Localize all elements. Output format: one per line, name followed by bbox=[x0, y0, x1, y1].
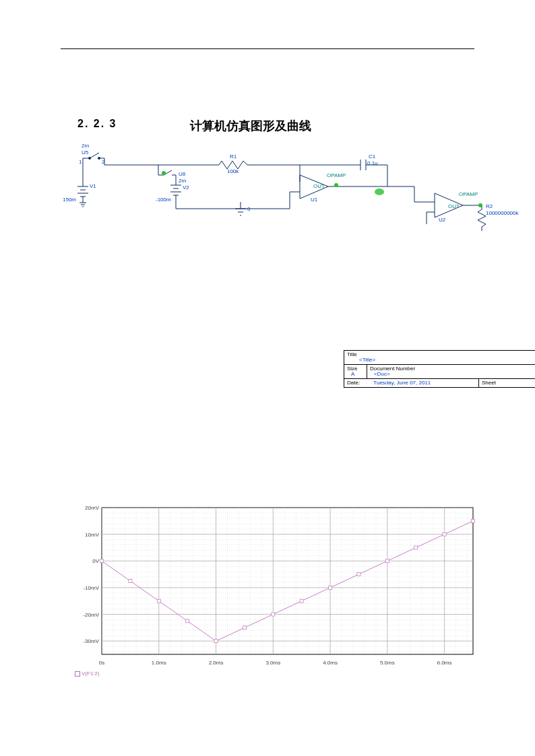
schematic: 2m U5 1 2 V1 150m U8 2m V2 -100m R1 100k… bbox=[77, 145, 515, 239]
label-v1-val: 150m bbox=[63, 197, 76, 203]
section-title: 计算机仿真图形及曲线 bbox=[190, 118, 311, 134]
x-tick-label: 0s bbox=[88, 660, 115, 666]
svg-rect-138 bbox=[272, 613, 275, 616]
x-tick-label: 5.0ms bbox=[374, 660, 401, 666]
label-u2: U2 bbox=[439, 217, 445, 223]
svg-point-4 bbox=[98, 158, 100, 160]
label-c1-val: 0.1u bbox=[367, 161, 378, 166]
svg-rect-144 bbox=[443, 532, 446, 536]
titleblock-date-val: Tuesday, June 07, 2011 bbox=[361, 380, 431, 386]
titleblock-size-val: A bbox=[347, 371, 354, 377]
titleblock-docnum-val: <Doc> bbox=[370, 371, 390, 377]
series-label: V(F1:2) bbox=[82, 671, 100, 677]
x-tick-label: 1.0ms bbox=[146, 660, 172, 666]
label-r2-val: 1000000000k bbox=[486, 211, 519, 216]
label-u5: U5 bbox=[82, 150, 88, 156]
y-tick-label: -30mV bbox=[76, 638, 99, 644]
label-u5-2: 2 bbox=[102, 160, 104, 165]
label-r1: R1 bbox=[230, 154, 237, 160]
svg-rect-132 bbox=[100, 559, 104, 563]
label-c1: C1 bbox=[369, 154, 375, 160]
schematic-svg bbox=[77, 145, 515, 239]
svg-point-53 bbox=[162, 171, 166, 175]
x-tick-label: 2.0ms bbox=[203, 660, 230, 666]
x-tick-label: 4.0ms bbox=[317, 660, 344, 666]
series-marker-icon bbox=[75, 671, 80, 677]
label-r1-val: 100k bbox=[227, 169, 239, 174]
label-r2: R2 bbox=[486, 204, 493, 209]
x-tick-label: 6.0ms bbox=[431, 660, 458, 666]
svg-rect-134 bbox=[157, 599, 160, 603]
title-block: Title <Title> Size A Document Number <Do… bbox=[344, 350, 535, 388]
label-out1: OUT bbox=[313, 184, 325, 189]
label-gnd: 0 bbox=[247, 207, 250, 212]
svg-rect-139 bbox=[300, 599, 303, 603]
label-u5-time: 2m bbox=[82, 143, 89, 149]
label-v1: V1 bbox=[90, 184, 96, 189]
label-opamp2: OPAMP bbox=[459, 192, 478, 197]
svg-rect-141 bbox=[357, 573, 360, 576]
label-u5-1: 1 bbox=[79, 160, 82, 165]
y-tick-label: 20mV bbox=[76, 505, 99, 511]
svg-rect-145 bbox=[472, 519, 475, 522]
label-u1: U1 bbox=[311, 197, 317, 203]
svg-rect-135 bbox=[186, 619, 189, 623]
titleblock-title-val: <Title> bbox=[347, 357, 375, 363]
svg-rect-57 bbox=[102, 508, 473, 654]
label-v2: V2 bbox=[183, 185, 189, 191]
label-opamp1: OPAMP bbox=[327, 173, 346, 178]
label-v2-val: -100m bbox=[156, 197, 171, 203]
svg-rect-136 bbox=[214, 640, 218, 643]
svg-point-3 bbox=[89, 158, 91, 160]
titleblock-sheet-key: Sheet bbox=[482, 380, 496, 386]
y-tick-label: 0V bbox=[76, 558, 99, 564]
x-tick-label: 3.0ms bbox=[259, 660, 286, 666]
svg-point-56 bbox=[478, 203, 482, 207]
label-u8: U8 bbox=[179, 172, 185, 177]
svg-rect-133 bbox=[129, 580, 132, 583]
svg-rect-142 bbox=[385, 559, 389, 563]
svg-point-54 bbox=[334, 183, 338, 187]
svg-point-55 bbox=[375, 188, 384, 195]
svg-rect-143 bbox=[414, 546, 418, 549]
y-tick-label: 10mV bbox=[76, 532, 99, 538]
y-tick-label: -20mV bbox=[76, 612, 99, 618]
label-u8-time: 2m bbox=[179, 178, 186, 184]
titleblock-date-key: Date: bbox=[347, 380, 360, 386]
y-tick-label: -10mV bbox=[76, 585, 99, 591]
section-number: 2. 2. 3 bbox=[77, 118, 117, 130]
svg-line-1 bbox=[90, 153, 99, 158]
top-rule bbox=[61, 48, 474, 49]
simulation-chart: 20mV10mV0V-10mV-20mV-30mV 0s1.0ms2.0ms3.… bbox=[77, 504, 478, 673]
chart-svg bbox=[77, 504, 478, 660]
svg-rect-137 bbox=[243, 626, 246, 629]
label-out2: OUT bbox=[448, 204, 460, 209]
svg-rect-140 bbox=[329, 586, 332, 589]
